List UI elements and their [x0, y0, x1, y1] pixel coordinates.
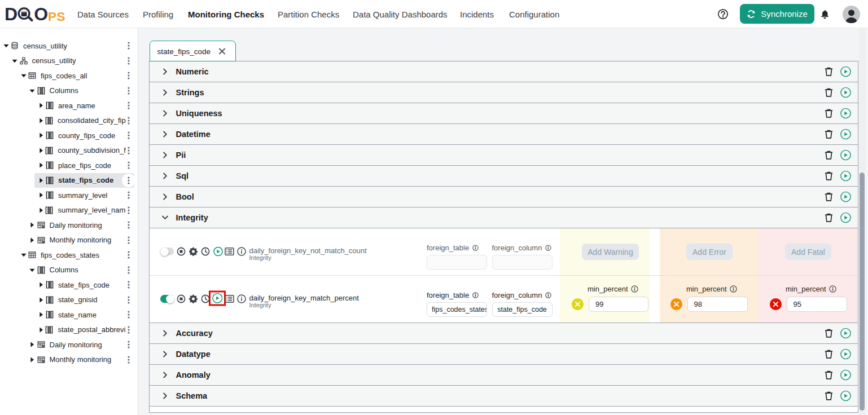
svg-text:D: D [5, 4, 17, 24]
svg-text:PS: PS [48, 10, 65, 24]
svg-text:O: O [34, 4, 48, 24]
